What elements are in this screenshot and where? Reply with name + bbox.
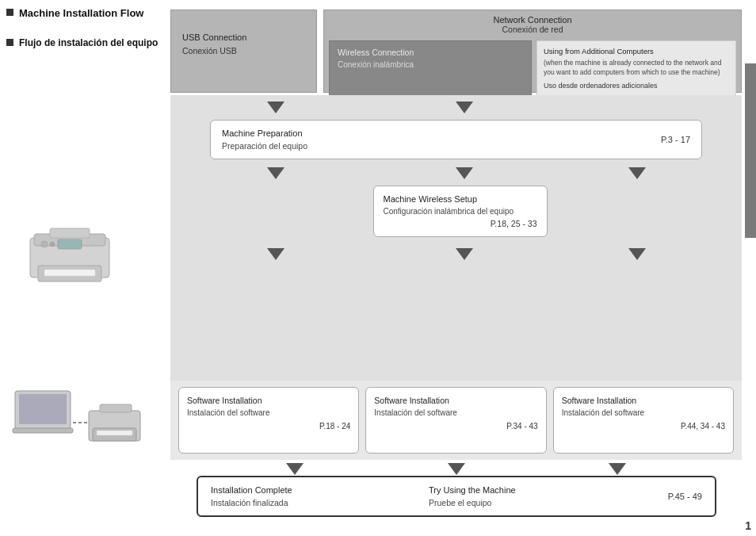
arrow-down-4-1 — [286, 463, 304, 475]
arrow-down-3-additional — [628, 248, 646, 260]
svg-point-7 — [50, 242, 55, 247]
software2-title: Software Installation — [374, 396, 537, 405]
wireless-subtitle: Conexión inalámbrica — [338, 60, 523, 69]
svg-rect-4 — [58, 239, 82, 249]
usb-connection-box: USB Connection Conexión USB — [170, 10, 317, 93]
printer-image — [14, 222, 125, 293]
software-box-3: Software Installation Instalación del so… — [553, 387, 734, 454]
software2-page: P.34 - 43 — [374, 422, 537, 431]
arrow-down-4-2 — [448, 463, 465, 475]
software3-page: P.44, 34 - 43 — [562, 422, 725, 431]
svg-rect-14 — [97, 431, 132, 435]
additional-desc: (when the machine is already connected t… — [544, 59, 729, 78]
wireless-title: Wireless Connection — [338, 48, 523, 57]
final-right-es: Pruebe el equipo — [429, 498, 647, 507]
title-block-en: Machine Installation Flow — [6, 6, 165, 21]
svg-rect-15 — [100, 404, 132, 412]
software2-subtitle: Instalación del software — [374, 408, 537, 417]
svg-rect-9 — [19, 394, 67, 424]
page-number: 1 — [745, 519, 751, 532]
final-left-es: Instalación finalizada — [211, 498, 429, 507]
software3-title: Software Installation — [562, 396, 725, 405]
wireless-setup-title: Machine Wireless Setup — [384, 194, 537, 204]
software3-subtitle: Instalación del software — [562, 408, 725, 417]
prep-title: Machine Preparation — [222, 128, 307, 138]
usb-title: USB Connection — [182, 33, 305, 42]
additional-title-es: Uso desde ordenadores adicionales — [544, 81, 729, 91]
right-accent-bar — [745, 63, 756, 238]
gray-section: Machine Preparation Preparación del equi… — [170, 95, 742, 381]
svg-point-6 — [41, 241, 48, 247]
prep-subtitle: Preparación del equipo — [222, 141, 307, 151]
arrow-down-3-wireless — [456, 248, 473, 260]
bullet-en — [6, 9, 13, 16]
arrow-down-usb — [267, 101, 284, 113]
network-connection-box: Network Connection Conexión de red Wirel… — [323, 10, 742, 93]
network-title: Network Connection — [324, 15, 741, 25]
arrow-down-4-3 — [609, 463, 626, 475]
final-box: Installation Complete Instalación finali… — [197, 476, 716, 517]
bullet-es — [6, 39, 13, 46]
software1-page: P.18 - 24 — [187, 422, 350, 431]
svg-rect-5 — [50, 228, 90, 238]
additional-title: Using from Additional Computers — [544, 46, 729, 56]
software1-subtitle: Instalación del software — [187, 408, 350, 417]
arrow-down-3-usb — [267, 248, 284, 260]
final-page: P.45 - 49 — [647, 492, 702, 501]
machine-prep-box: Machine Preparation Preparación del equi… — [210, 120, 702, 159]
wireless-setup-page: P.18, 25 - 33 — [384, 219, 537, 228]
prep-page: P.3 - 17 — [661, 135, 690, 144]
svg-rect-10 — [13, 428, 73, 433]
arrow-down-wireless — [456, 101, 473, 113]
main-title-en: Machine Installation Flow — [19, 6, 143, 21]
arrow-down-2-usb — [267, 167, 284, 179]
svg-rect-2 — [44, 270, 95, 276]
software-box-2: Software Installation Instalación del so… — [365, 387, 546, 454]
software-box-1: Software Installation Instalación del so… — [178, 387, 359, 454]
software1-title: Software Installation — [187, 396, 350, 405]
final-right-en: Try Using the Machine — [429, 485, 647, 495]
arrow-down-2-wireless — [456, 167, 473, 179]
title-block-es: Flujo de instalación del equipo — [6, 36, 165, 49]
network-subtitle: Conexión de red — [324, 25, 741, 34]
main-title-es: Flujo de instalación del equipo — [19, 36, 158, 49]
final-left-en: Installation Complete — [211, 485, 429, 495]
arrow-down-2-additional — [628, 167, 646, 179]
laptop-printer-image — [11, 387, 154, 454]
usb-subtitle: Conexión USB — [182, 46, 305, 56]
software-section: Software Installation Instalación del so… — [170, 381, 742, 460]
wireless-setup-box: Machine Wireless Setup Configuración ina… — [373, 186, 548, 237]
wireless-setup-subtitle: Configuración inalámbrica del equipo — [384, 207, 537, 216]
